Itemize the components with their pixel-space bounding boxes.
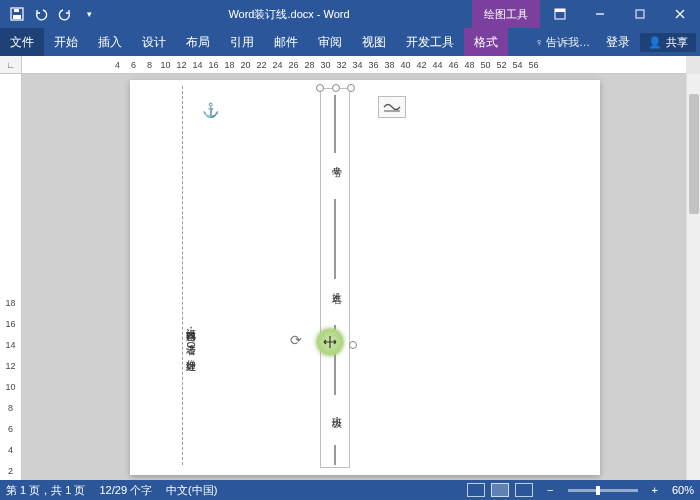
anchor-icon: ⚓: [202, 102, 219, 118]
selected-textbox[interactable]: 学号： 姓名： 班级：: [320, 88, 350, 468]
svg-rect-1: [13, 15, 21, 19]
tell-me-search[interactable]: ♀告诉我…: [529, 35, 596, 50]
undo-button[interactable]: [30, 3, 52, 25]
ribbon-tabs: 文件 开始 插入 设计 布局 引用 邮件 审阅 视图 开发工具 格式 ♀告诉我……: [0, 28, 700, 56]
horizontal-ruler[interactable]: 4681012141618202224262830323436384042444…: [22, 56, 686, 74]
redo-button[interactable]: [54, 3, 76, 25]
binding-note-text: 订线内答题，违者 0 份处理: [183, 320, 197, 355]
view-buttons: [467, 483, 533, 497]
textbox-line-1: [335, 95, 336, 153]
tab-home[interactable]: 开始: [44, 28, 88, 56]
field-xingming: 姓名：: [329, 285, 343, 298]
resize-handle-nw[interactable]: [316, 84, 324, 92]
login-button[interactable]: 登录: [600, 34, 636, 51]
qat-customize-button[interactable]: ▾: [78, 3, 100, 25]
zoom-in-button[interactable]: +: [652, 484, 658, 496]
status-word-count[interactable]: 12/29 个字: [99, 483, 152, 498]
title-bar: ▾ Word装订线.docx - Word 绘图工具: [0, 0, 700, 28]
read-mode-button[interactable]: [467, 483, 485, 497]
move-cursor-icon: [322, 334, 338, 350]
tab-view[interactable]: 视图: [352, 28, 396, 56]
tab-file[interactable]: 文件: [0, 28, 44, 56]
window-controls: [540, 0, 700, 28]
close-button[interactable]: [660, 0, 700, 28]
svg-rect-2: [14, 9, 19, 12]
svg-rect-4: [555, 9, 565, 12]
svg-rect-6: [636, 10, 644, 18]
tab-developer[interactable]: 开发工具: [396, 28, 464, 56]
ruler-corner[interactable]: ∟: [0, 56, 22, 74]
tab-design[interactable]: 设计: [132, 28, 176, 56]
tab-format[interactable]: 格式: [464, 28, 508, 56]
tab-mailings[interactable]: 邮件: [264, 28, 308, 56]
drawing-tools-context-tab: 绘图工具: [472, 0, 540, 28]
document-title: Word装订线.docx - Word: [106, 7, 472, 22]
status-page[interactable]: 第 1 页，共 1 页: [6, 483, 85, 498]
field-banji: 班级：: [329, 409, 343, 422]
quick-access-toolbar: ▾: [0, 3, 106, 25]
vertical-ruler[interactable]: 24681012141618: [0, 74, 22, 480]
tab-review[interactable]: 审阅: [308, 28, 352, 56]
resize-handle-n[interactable]: [332, 84, 340, 92]
share-icon: 👤: [648, 36, 662, 49]
share-button[interactable]: 👤共享: [640, 33, 696, 52]
textbox-line-2: [335, 199, 336, 279]
print-layout-button[interactable]: [491, 483, 509, 497]
binding-margin-line: [182, 86, 183, 465]
page[interactable]: ⚓ 订线内答题，违者 0 份处理 学号： 姓名： 班级：: [130, 80, 600, 475]
status-bar: 第 1 页，共 1 页 12/29 个字 中文(中国) − + 60%: [0, 480, 700, 500]
textbox-line-4: [335, 445, 336, 465]
document-canvas: ∟ 46810121416182022242628303234363840424…: [0, 56, 700, 480]
save-button[interactable]: [6, 3, 28, 25]
document-viewport[interactable]: ⚓ 订线内答题，违者 0 份处理 学号： 姓名： 班级：: [22, 74, 686, 480]
web-layout-button[interactable]: [515, 483, 533, 497]
zoom-level[interactable]: 60%: [672, 484, 694, 496]
field-xuehao: 学号：: [329, 159, 343, 172]
ribbon-display-options-button[interactable]: [540, 0, 580, 28]
scrollbar-thumb[interactable]: [689, 94, 699, 214]
resize-handle-e[interactable]: [349, 341, 357, 349]
status-language[interactable]: 中文(中国): [166, 483, 217, 498]
vertical-scrollbar[interactable]: [686, 74, 700, 480]
zoom-slider[interactable]: [568, 489, 638, 492]
minimize-button[interactable]: [580, 0, 620, 28]
layout-options-icon[interactable]: ⟳: [290, 332, 302, 348]
tab-insert[interactable]: 插入: [88, 28, 132, 56]
zoom-out-button[interactable]: −: [547, 484, 553, 496]
restore-button[interactable]: [620, 0, 660, 28]
cursor-highlight: [316, 328, 344, 356]
layout-options-button[interactable]: [378, 96, 406, 118]
resize-handle-ne[interactable]: [347, 84, 355, 92]
tab-references[interactable]: 引用: [220, 28, 264, 56]
tab-layout[interactable]: 布局: [176, 28, 220, 56]
